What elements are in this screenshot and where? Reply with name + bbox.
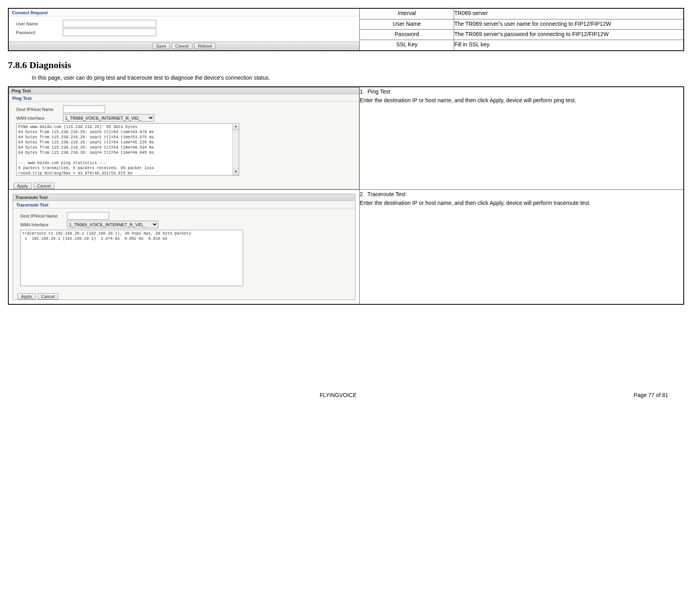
ping-apply-button[interactable]: Apply xyxy=(13,183,32,189)
traceroute-titlebar: Traceroute Test xyxy=(13,194,355,201)
traceroute-panel: Traceroute Test Traceroute Test Dest IP/… xyxy=(13,194,355,300)
connect-request-button-row: Save Cancel Reboot xyxy=(9,41,359,50)
ping-output: PING www.baidu.com (115.239.210.26): 56 … xyxy=(17,124,239,176)
ping-screenshot-cell: Ping Test Ping Test Dest IP/Host Name WA… xyxy=(8,87,360,190)
ping-desc-body: Enter the destination IP or host name, a… xyxy=(360,97,576,103)
ping-panel: Ping Test Ping Test Dest IP/Host Name WA… xyxy=(9,87,359,189)
page-footer: FLYINGVOICE Page 77 of 81 xyxy=(8,392,684,398)
section-intro: In this page, user can do ping test and … xyxy=(32,74,684,81)
field-password: Password xyxy=(360,29,454,40)
traceroute-dest-input[interactable] xyxy=(67,212,109,220)
ping-scrollbar[interactable]: ▲ ▼ xyxy=(232,124,239,175)
ping-description-cell: 1. Ping Test Enter the destination IP or… xyxy=(360,87,684,190)
traceroute-output-box: traceroute to 192.168.20.1 (192.168.20.1… xyxy=(20,230,243,286)
ping-titlebar: Ping Test xyxy=(9,88,359,94)
field-interval: Interval xyxy=(360,8,454,19)
desc-password: The TR069 server's password for connecti… xyxy=(454,29,684,40)
traceroute-desc-num: 2. xyxy=(360,191,364,197)
scroll-up-icon[interactable]: ▲ xyxy=(233,124,239,130)
traceroute-dest-label: Dest IP/Host Name xyxy=(20,214,67,218)
traceroute-apply-button[interactable]: Apply xyxy=(17,293,36,300)
traceroute-desc-title: Traceroute Test xyxy=(367,191,406,197)
traceroute-desc-body: Enter the destination IP or host name, a… xyxy=(360,200,591,206)
field-username: User Name xyxy=(360,19,454,29)
desc-username: The TR069 server's user name for connect… xyxy=(454,19,684,29)
traceroute-wan-select[interactable]: 1_TR069_VOICE_INTERNET_R_VID_ xyxy=(67,221,158,228)
ping-dest-label: Dest IP/Host Name xyxy=(16,107,63,112)
traceroute-screenshot-cell: Traceroute Test Traceroute Test Dest IP/… xyxy=(8,190,360,305)
password-input[interactable] xyxy=(63,29,156,36)
ping-cancel-button[interactable]: Cancel xyxy=(34,183,54,189)
field-sslkey: SSL Key xyxy=(360,40,454,51)
connect-request-title: Connect Request xyxy=(9,9,359,16)
ping-wan-select[interactable]: 1_TR069_VOICE_INTERNET_R_VID_ xyxy=(63,114,154,122)
desc-sslkey: Fill in SSL key. xyxy=(454,40,684,51)
ping-output-box: PING www.baidu.com (115.239.210.26): 56 … xyxy=(16,123,239,176)
traceroute-description-cell: 2. Traceroute Test Enter the destination… xyxy=(360,190,684,305)
reboot-button[interactable]: Reboot xyxy=(194,43,215,49)
username-label: User Name xyxy=(16,21,63,26)
section-heading: 7.8.6 Diagnoisis xyxy=(8,60,684,71)
ping-desc-num: 1. xyxy=(360,88,364,95)
traceroute-cancel-button[interactable]: Cancel xyxy=(38,293,58,300)
ping-desc-title: Ping Test xyxy=(368,88,390,95)
connect-request-screenshot-cell: Connect Request User Name Password Save … xyxy=(8,8,360,51)
username-input[interactable] xyxy=(63,20,156,27)
cancel-button[interactable]: Cancel xyxy=(172,43,192,49)
password-label: Password xyxy=(16,30,63,35)
traceroute-wan-label: WAN Interface xyxy=(20,222,67,227)
traceroute-section-label: Traceroute Test xyxy=(13,201,355,208)
footer-brand: FLYINGVOICE xyxy=(229,392,447,398)
tr069-table: Connect Request User Name Password Save … xyxy=(8,8,684,51)
footer-page: Page 77 of 81 xyxy=(451,392,668,398)
traceroute-output: traceroute to 192.168.20.1 (192.168.20.1… xyxy=(21,230,243,242)
save-button[interactable]: Save xyxy=(153,43,170,49)
scroll-down-icon[interactable]: ▼ xyxy=(233,169,239,175)
ping-dest-input[interactable] xyxy=(63,105,105,113)
ping-section-label: Ping Test xyxy=(9,94,359,102)
connect-request-panel: Connect Request User Name Password Save … xyxy=(9,9,359,50)
diagnosis-table: Ping Test Ping Test Dest IP/Host Name WA… xyxy=(8,86,684,305)
ping-wan-label: WAN Interface xyxy=(16,116,63,120)
desc-interval: TR069 server xyxy=(454,8,684,19)
